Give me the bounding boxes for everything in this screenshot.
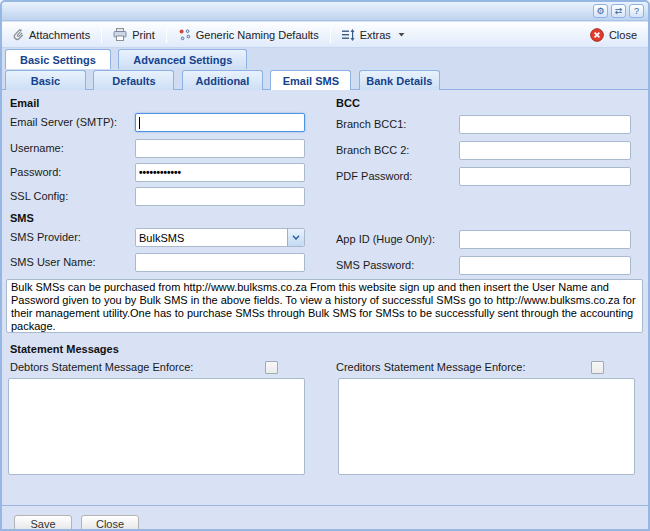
password-input[interactable] [135, 163, 305, 182]
chevron-down-icon [398, 32, 405, 37]
footer-bar: Save Close [2, 505, 648, 529]
pdf-password-input[interactable] [459, 167, 631, 186]
sms-password-input[interactable] [459, 256, 631, 275]
refresh-icon[interactable]: ⇄ [611, 4, 626, 18]
email-sms-panel: Email Email Server (SMTP): Username: Pas… [2, 90, 648, 505]
branch-bcc1-label: Branch BCC1: [336, 118, 406, 130]
attachments-button[interactable]: Attachments [8, 26, 95, 43]
close-button-label: Close [609, 29, 637, 41]
sms-provider-select[interactable]: BulkSMS [135, 228, 305, 247]
save-button[interactable]: Save [14, 515, 72, 531]
bulksms-info-text: Bulk SMSs can be purchased from http://w… [6, 279, 643, 333]
debtors-statement-message-textarea[interactable] [8, 378, 305, 475]
generic-naming-defaults-label: Generic Naming Defaults [196, 29, 319, 41]
sms-password-label: SMS Password: [336, 259, 414, 271]
username-label: Username: [10, 142, 64, 154]
sort-lines-icon [342, 29, 355, 41]
bcc-section-heading: BCC [336, 97, 360, 109]
naming-defaults-icon [178, 28, 191, 41]
gear-icon[interactable]: ⚙ [593, 4, 608, 18]
tab-additional[interactable]: Additional [182, 70, 263, 90]
titlebar: ⚙ ⇄ ? [2, 2, 648, 21]
pdf-password-label: PDF Password: [336, 170, 412, 182]
statement-messages-heading: Statement Messages [10, 343, 119, 355]
creditors-enforce-label: Creditors Statement Message Enforce: [336, 361, 526, 373]
email-server-label: Email Server (SMTP): [10, 116, 117, 128]
ssl-config-label: SSL Config: [10, 190, 68, 202]
password-label: Password: [10, 166, 61, 178]
extras-label: Extras [360, 29, 391, 41]
ssl-config-input[interactable] [135, 187, 305, 206]
extras-menu-button[interactable]: Extras [337, 27, 410, 43]
toolbar-separator [166, 27, 167, 43]
print-label: Print [132, 29, 155, 41]
sms-provider-value: BulkSMS [136, 232, 287, 244]
paperclip-icon [13, 28, 24, 41]
creditors-enforce-checkbox[interactable] [591, 361, 604, 374]
generic-naming-defaults-button[interactable]: Generic Naming Defaults [173, 26, 324, 43]
company-settings-window: ⚙ ⇄ ? Attachments Print Generic Naming D… [0, 0, 650, 531]
tab-bank-details[interactable]: Bank Details [359, 70, 440, 90]
toolbar-separator [101, 27, 102, 43]
tab-defaults[interactable]: Defaults [93, 70, 174, 90]
creditors-statement-message-textarea[interactable] [338, 378, 635, 475]
toolbar-separator [330, 27, 331, 43]
app-id-input[interactable] [459, 230, 631, 249]
email-server-input[interactable] [135, 113, 305, 132]
tab-advanced-settings[interactable]: Advanced Settings [118, 49, 247, 69]
sms-section-heading: SMS [10, 212, 34, 224]
attachments-label: Attachments [29, 29, 90, 41]
app-id-label: App ID (Huge Only): [336, 233, 435, 245]
username-input[interactable] [135, 139, 305, 158]
help-icon[interactable]: ? [629, 4, 644, 18]
sms-provider-label: SMS Provider: [10, 231, 81, 243]
debtors-enforce-checkbox[interactable] [265, 361, 278, 374]
close-window-button[interactable]: Close [585, 26, 642, 44]
tab-email-sms[interactable]: Email SMS [270, 70, 351, 90]
chevron-down-icon[interactable] [287, 229, 304, 246]
toolbar: Attachments Print Generic Naming Default… [2, 22, 648, 48]
print-button[interactable]: Print [108, 26, 160, 43]
close-icon [590, 28, 604, 42]
branch-bcc2-input[interactable] [459, 141, 631, 160]
secondary-tabstrip: Basic Defaults Additional Email SMS Bank… [2, 69, 648, 90]
printer-icon [113, 28, 127, 41]
debtors-enforce-label: Debtors Statement Message Enforce: [10, 361, 193, 373]
titlebar-buttons: ⚙ ⇄ ? [593, 4, 644, 18]
branch-bcc1-input[interactable] [459, 115, 631, 134]
sms-user-name-label: SMS User Name: [10, 256, 96, 268]
branch-bcc2-label: Branch BCC 2: [336, 144, 409, 156]
tab-basic-settings[interactable]: Basic Settings [5, 49, 111, 69]
email-section-heading: Email [10, 97, 39, 109]
primary-tabstrip: Basic Settings Advanced Settings [2, 48, 648, 69]
sms-user-name-input[interactable] [135, 253, 305, 272]
close-button[interactable]: Close [81, 515, 139, 531]
tab-basic[interactable]: Basic [5, 70, 86, 90]
